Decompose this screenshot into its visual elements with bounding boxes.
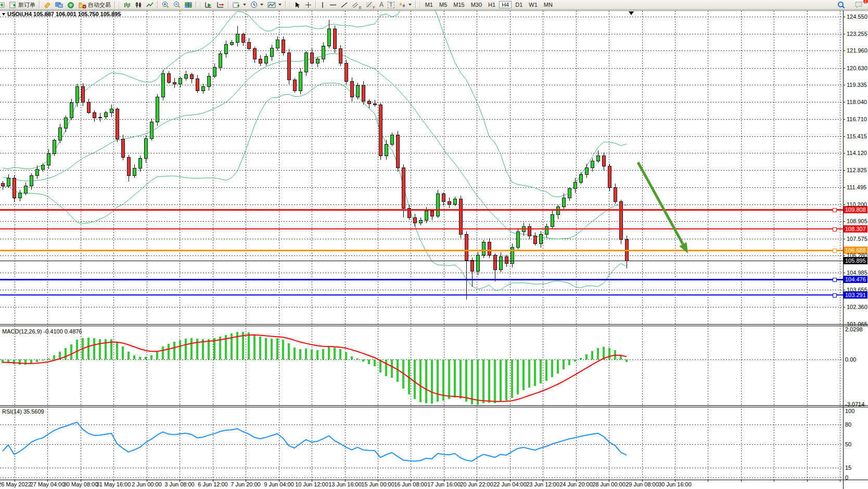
time-tick-label: 22 Jun 04:00 xyxy=(493,481,527,487)
rsi-tick-label: 100 xyxy=(845,408,854,414)
auto-scroll-icon xyxy=(205,2,212,8)
clock-icon xyxy=(250,1,258,8)
zoom-out-button[interactable] xyxy=(171,1,183,9)
time-tick-label: 17 Jun 16:00 xyxy=(427,481,461,487)
zoom-in-button[interactable] xyxy=(160,1,171,9)
timeframe-m15-button[interactable]: M15 xyxy=(451,1,467,8)
crosshair-icon xyxy=(305,2,312,8)
cursor-tool-button[interactable] xyxy=(292,1,303,9)
chart-plot-area[interactable] xyxy=(0,10,843,480)
timeframe-w1-button[interactable]: W1 xyxy=(526,1,540,8)
dropdown-caret-icon xyxy=(409,4,412,6)
chart-title: USOil,H4 105.887 106.001 105.750 105.895 xyxy=(7,11,121,17)
chart-window[interactable]: 109.808108.307106.688104.476103.291105.8… xyxy=(0,0,868,489)
time-tick-label: 27 May 04:00 xyxy=(30,481,65,487)
timeframe-d1-button[interactable]: D1 xyxy=(513,1,525,8)
line-chart-button[interactable] xyxy=(144,1,156,9)
periods-dropdown-button[interactable] xyxy=(248,1,265,9)
macd-label: MACD(12,26,9) -0.4100 0.4876 xyxy=(2,328,82,334)
price-tick-label: 124.550 xyxy=(847,14,867,20)
templates-dropdown-button[interactable] xyxy=(265,1,284,9)
price-tick-label: 102.360 xyxy=(847,304,867,310)
data-window-button[interactable] xyxy=(53,1,65,9)
equidistant-channel-tool-button[interactable]: E xyxy=(350,1,364,9)
time-tick-label: 26 May 2022 xyxy=(0,481,31,487)
text-tool-button[interactable]: A xyxy=(377,1,386,9)
timeframe-h1-button[interactable]: H1 xyxy=(486,1,498,8)
fibo-letter: F xyxy=(373,6,375,9)
timeframe-h4-button[interactable]: H4 xyxy=(499,1,512,8)
timeframe-m30-button[interactable]: M30 xyxy=(468,1,484,8)
timeframe-m5-button[interactable]: M5 xyxy=(437,1,450,8)
arrows-tool-dropdown-button[interactable] xyxy=(397,1,414,9)
search-icon xyxy=(837,1,845,9)
notification-badge: 1 xyxy=(863,0,868,4)
shapes-icon xyxy=(399,2,406,8)
autotrading-icon xyxy=(79,2,86,8)
time-tick-label: 28 Jun 00:00 xyxy=(592,481,626,487)
tile-windows-button[interactable] xyxy=(183,1,194,9)
trendline-tool-button[interactable] xyxy=(339,1,350,9)
notifications-button[interactable]: 1 xyxy=(852,1,865,9)
price-tick-label: 121.960 xyxy=(847,47,867,54)
autotrading-button[interactable]: 自动交易 xyxy=(76,1,113,9)
signal-icon xyxy=(67,2,74,8)
rsi-tick-label: 0 xyxy=(845,474,848,481)
line-handle-marker[interactable] xyxy=(833,278,836,281)
horizontal-line-tool-button[interactable] xyxy=(327,1,339,9)
toolbar: 新订单 自动交易 xyxy=(0,0,868,10)
time-tick-label: 3 Jun 08:00 xyxy=(164,481,195,487)
crosshair-tool-button[interactable] xyxy=(303,1,314,9)
price-tick-label: 112.825 xyxy=(847,167,867,173)
fibonacci-tool-button[interactable]: F xyxy=(364,1,377,9)
time-tick-label: 9 Jun 04:00 xyxy=(264,481,294,487)
price-tick-label: 119.335 xyxy=(847,82,867,88)
time-axis: 26 May 202227 May 04:0030 May 08:0031 Ma… xyxy=(0,481,692,487)
macd-tick-label: -3.0714 xyxy=(845,401,864,407)
time-tick-label: 24 Jun 20:00 xyxy=(559,481,593,487)
price-tick-label: 123.255 xyxy=(847,31,867,37)
line-handle-marker[interactable] xyxy=(833,208,836,212)
line-chart-icon xyxy=(146,2,154,8)
time-tick-label: 15 Jun 00:00 xyxy=(361,481,394,487)
price-tick-label: 103.655 xyxy=(847,287,867,293)
price-tick-label: 111.495 xyxy=(847,184,866,190)
channel-letter: E xyxy=(359,6,362,9)
timeframe-m1-button[interactable]: M1 xyxy=(423,1,436,8)
price-tick-label: 115.415 xyxy=(847,133,867,139)
screens-icon xyxy=(55,2,63,8)
new-order-label: 新订单 xyxy=(18,1,35,9)
template-icon xyxy=(267,2,276,8)
new-chart-dropdown-button[interactable] xyxy=(231,1,248,9)
price-tick-label: 108.905 xyxy=(847,218,867,224)
vertical-line-tool-button[interactable] xyxy=(318,1,327,9)
line-handle-marker[interactable] xyxy=(833,249,836,252)
time-tick-label: 30 Jun 16:00 xyxy=(658,481,692,487)
line-handle-marker[interactable] xyxy=(833,293,836,297)
candlestick-chart-icon xyxy=(135,2,142,8)
text-label-tool-button[interactable]: T xyxy=(386,1,397,9)
line-handle-marker[interactable] xyxy=(833,227,836,231)
new-chart-partial-button[interactable] xyxy=(0,1,7,9)
chart-shift-button[interactable] xyxy=(214,1,226,9)
autotrading-label: 自动交易 xyxy=(88,1,111,9)
new-chart-window-icon xyxy=(233,2,240,8)
tile-windows-icon xyxy=(185,2,192,8)
auto-scroll-button[interactable] xyxy=(202,1,214,9)
timeframe-mn-button[interactable]: MN xyxy=(541,1,555,8)
candlestick-chart-button[interactable] xyxy=(133,1,144,9)
bar-chart-button[interactable] xyxy=(121,1,133,9)
search-button[interactable] xyxy=(835,1,847,9)
dropdown-caret-icon xyxy=(243,4,246,6)
market-watch-button[interactable] xyxy=(42,1,53,9)
time-tick-label: 7 Jun 20:00 xyxy=(231,481,261,487)
zoom-in-icon xyxy=(162,1,169,8)
time-tick-label: 30 May 08:00 xyxy=(63,481,98,487)
time-tick-label: 6 Jun 12:00 xyxy=(198,481,228,487)
chat-bubble-icon xyxy=(854,1,863,8)
price-tick-label: 107.575 xyxy=(847,236,867,242)
strategy-tester-button[interactable] xyxy=(65,1,76,9)
new-order-button[interactable]: 新订单 xyxy=(7,1,37,9)
price-tick-label: 116.710 xyxy=(847,116,867,122)
price-tick-label: 114.120 xyxy=(847,150,867,156)
